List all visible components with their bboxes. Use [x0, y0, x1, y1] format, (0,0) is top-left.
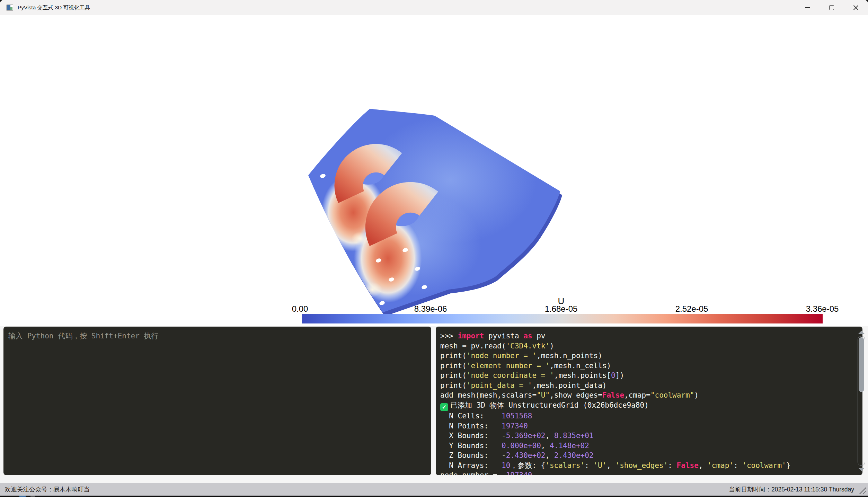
console-line: N Arrays: 10，参数: {'scalars': 'U', 'show_… — [440, 461, 847, 471]
app-icon — [6, 5, 13, 11]
maximize-icon — [829, 5, 834, 10]
console-line: N Points: 197340 — [440, 421, 847, 431]
console-line: >>> import pyvista as pv — [440, 331, 847, 341]
console-output[interactable]: >>> import pyvista as pvmesh = pv.read('… — [436, 327, 862, 475]
scrollbar-thumb[interactable] — [859, 337, 864, 392]
status-bar: 欢迎关注公众号：易木木响叮当 当前日期时间：2025-02-13 11:15:3… — [0, 483, 868, 496]
window-title: PyVista 交互式 3D 可视化工具 — [18, 4, 90, 11]
resize-grip-icon[interactable] — [857, 486, 866, 494]
colorbar-tick: 3.36e-05 — [806, 304, 839, 314]
console-line: Z Bounds: -2.430e+02, 2.430e+02 — [440, 451, 847, 461]
scroll-up-icon[interactable] — [858, 331, 865, 334]
viewport-3d[interactable]: U 0.00 8.39e-06 1.68e-05 2.52e-05 3.36e-… — [0, 15, 868, 326]
console-line: ✓已添加 3D 物体 UnstructuredGrid (0x26b6dce9a… — [440, 400, 847, 411]
colorbar: U 0.00 8.39e-06 1.68e-05 2.52e-05 3.36e-… — [300, 296, 822, 325]
taskbar-strip — [0, 496, 868, 497]
console-line: add_mesh(mesh,scalars="U",show_edges=Fal… — [440, 390, 847, 400]
scrollbar-track[interactable] — [858, 336, 865, 466]
scroll-down-icon[interactable] — [858, 468, 865, 471]
title-bar: PyVista 交互式 3D 可视化工具 — [0, 0, 868, 15]
close-icon — [853, 5, 859, 10]
console-line: print('point_data = ',mesh.point_data) — [440, 381, 847, 391]
maximize-button[interactable] — [820, 0, 844, 15]
console-line: print('element number = ',mesh.n_cells) — [440, 361, 847, 371]
code-input-panel — [3, 327, 431, 475]
console-line: N Cells: 1051568 — [440, 411, 847, 421]
minimize-button[interactable] — [795, 0, 820, 15]
console-line: print('node number = ',mesh.n_points) — [440, 351, 847, 361]
status-message: 欢迎关注公众号：易木木响叮当 — [5, 485, 90, 494]
console-line: node number = 197340 — [440, 470, 847, 475]
console-line: Y Bounds: 0.000e+00, 4.148e+02 — [440, 441, 847, 451]
colorbar-tick: 1.68e-05 — [545, 304, 578, 314]
colorbar-tick: 8.39e-06 — [414, 304, 447, 314]
success-check-icon: ✓ — [440, 403, 448, 411]
minimize-icon — [805, 7, 810, 8]
close-button[interactable] — [844, 0, 868, 15]
colorbar-gradient — [302, 314, 823, 323]
taskbar-icon — [19, 496, 26, 497]
console-scrollbar[interactable] — [858, 331, 865, 471]
colorbar-tick: 0.00 — [292, 304, 308, 314]
app-window: PyVista 交互式 3D 可视化工具 — [0, 0, 868, 496]
console-line: print('node coordinate = ',mesh.points[0… — [440, 371, 847, 381]
console-line: mesh = pv.read('C3D4.vtk') — [440, 341, 847, 351]
colorbar-ticks: 0.00 8.39e-06 1.68e-05 2.52e-05 3.36e-05 — [300, 304, 822, 313]
console-line: X Bounds: -5.369e+02, 8.835e+01 — [440, 431, 847, 441]
window-controls — [795, 0, 868, 15]
mesh-render — [301, 98, 572, 317]
code-input[interactable] — [3, 327, 431, 475]
status-datetime: 当前日期时间：2025-02-13 11:15:30 Thursday — [729, 485, 854, 494]
colorbar-tick: 2.52e-05 — [675, 304, 708, 314]
taskbar-icon — [30, 496, 35, 497]
